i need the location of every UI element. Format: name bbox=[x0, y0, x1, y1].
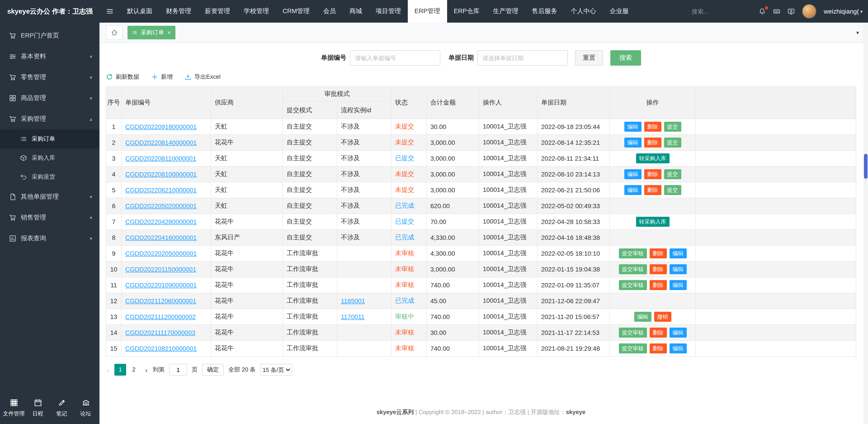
doc-no-link[interactable]: CGDD202209180000001 bbox=[125, 123, 197, 130]
action-delete-button[interactable]: 删除 bbox=[644, 169, 661, 179]
sidebar-shortcut-schedule[interactable]: 日程 bbox=[26, 399, 50, 418]
nav-item[interactable]: 会员 bbox=[316, 0, 343, 23]
doc-no-link[interactable]: CGDD202208110000001 bbox=[125, 155, 196, 162]
footer-link[interactable]: skyeye bbox=[566, 408, 586, 416]
action-to-inbound-button[interactable]: 转采购入库 bbox=[636, 217, 669, 227]
doc-no-link[interactable]: CGDD202108210000001 bbox=[125, 345, 197, 352]
action-delete-button[interactable]: 删除 bbox=[649, 248, 666, 258]
page-size-select[interactable]: 15 条/页 bbox=[260, 364, 292, 375]
nav-item[interactable]: CRM管理 bbox=[276, 0, 316, 23]
sidebar-item-goods[interactable]: 商品管理▾ bbox=[0, 88, 99, 109]
sidebar-item-purchase-inbound[interactable]: 采购入库 bbox=[0, 148, 99, 167]
doc-no-link[interactable]: CGDD202111170000003 bbox=[125, 329, 195, 336]
close-tab-icon[interactable]: × bbox=[167, 29, 171, 36]
add-button[interactable]: 新增 bbox=[151, 73, 173, 81]
action-submit-review-button[interactable]: 提交审核 bbox=[619, 264, 647, 274]
screenshot-button[interactable] bbox=[787, 8, 795, 15]
action-submit-review-button[interactable]: 提交审核 bbox=[619, 248, 647, 258]
sidebar-item-reports[interactable]: 报表查询▾ bbox=[0, 228, 99, 249]
doc-no-link[interactable]: CGDD202202050000001 bbox=[125, 250, 197, 257]
home-tab-button[interactable] bbox=[106, 25, 123, 40]
doc-date-input[interactable] bbox=[477, 50, 568, 66]
flow-id-link[interactable]: 1165001 bbox=[341, 297, 365, 305]
action-submit-button[interactable]: 提交 bbox=[664, 122, 681, 132]
sidebar-item-basic-data[interactable]: 基本资料▾ bbox=[0, 46, 99, 67]
sidebar-shortcut-file-manager[interactable]: 文件管理 bbox=[2, 399, 26, 418]
doc-no-link[interactable]: CGDD202112060000001 bbox=[125, 297, 196, 305]
sidebar-item-purchase-order[interactable]: 采购订单 bbox=[0, 130, 99, 148]
action-delete-button[interactable]: 删除 bbox=[649, 280, 666, 290]
search-button[interactable]: 搜索 bbox=[610, 50, 641, 66]
action-delete-button[interactable]: 删除 bbox=[644, 122, 661, 132]
doc-no-link[interactable]: CGDD202111200000002 bbox=[125, 313, 196, 320]
tab-options-caret-icon[interactable]: ▼ bbox=[855, 30, 862, 35]
action-delete-button[interactable]: 删除 bbox=[644, 138, 661, 147]
nav-item[interactable]: 默认桌面 bbox=[120, 0, 159, 23]
nav-item[interactable]: 商城 bbox=[343, 0, 369, 23]
action-edit-button[interactable]: 编辑 bbox=[624, 122, 641, 132]
nav-item[interactable]: ERP仓库 bbox=[447, 0, 486, 23]
next-page-button[interactable]: › bbox=[144, 366, 148, 373]
nav-item[interactable]: 企业服 bbox=[603, 0, 636, 23]
window-scrollbar[interactable] bbox=[864, 23, 868, 424]
action-edit-button[interactable]: 编辑 bbox=[669, 280, 686, 290]
nav-item[interactable]: 项目管理 bbox=[369, 0, 408, 23]
sidebar-item-retail[interactable]: 零售管理▾ bbox=[0, 67, 99, 88]
action-submit-button[interactable]: 提交 bbox=[664, 138, 681, 147]
page-number-button[interactable]: 1 bbox=[114, 364, 126, 375]
sidebar-item-purchase-return[interactable]: 采购退货 bbox=[0, 167, 99, 187]
action-submit-button[interactable]: 提交 bbox=[664, 169, 681, 179]
nav-item[interactable]: 财务管理 bbox=[159, 0, 198, 23]
action-edit-button[interactable]: 编辑 bbox=[669, 328, 686, 338]
export-excel-button[interactable]: 导出Excel bbox=[184, 73, 221, 81]
shortcut-keys-button[interactable] bbox=[773, 8, 780, 15]
action-edit-button[interactable]: 编辑 bbox=[624, 169, 641, 179]
action-delete-button[interactable]: 删除 bbox=[649, 343, 666, 354]
global-search-input[interactable] bbox=[691, 8, 751, 16]
nav-item[interactable]: 薪资管理 bbox=[198, 0, 237, 23]
doc-no-link[interactable]: CGDD202205020000001 bbox=[125, 202, 197, 209]
goto-page-input[interactable] bbox=[169, 364, 187, 375]
sidebar-item-erp-portal[interactable]: ERP门户首页 bbox=[0, 25, 99, 46]
action-edit-button[interactable]: 编辑 bbox=[669, 264, 686, 274]
nav-item[interactable]: 个人中心 bbox=[564, 0, 603, 23]
doc-no-link[interactable]: CGDD202201090000001 bbox=[125, 281, 197, 289]
nav-item[interactable]: 售后服务 bbox=[525, 0, 564, 23]
action-edit-button[interactable]: 编辑 bbox=[669, 248, 686, 258]
doc-no-link[interactable]: CGDD202201150000001 bbox=[125, 265, 196, 273]
scrollbar-thumb[interactable] bbox=[864, 154, 868, 179]
action-delete-button[interactable]: 删除 bbox=[649, 328, 666, 338]
tab-purchase-order[interactable]: 采购订单 × bbox=[127, 26, 176, 39]
action-revoke-button[interactable]: 撤销 bbox=[654, 312, 671, 322]
sidebar-shortcut-notes[interactable]: 笔记 bbox=[50, 399, 74, 418]
action-edit-button[interactable]: 编辑 bbox=[624, 138, 641, 147]
action-to-inbound-button[interactable]: 转采购入库 bbox=[636, 153, 669, 163]
avatar[interactable] bbox=[802, 4, 816, 19]
doc-no-link[interactable]: CGDD202204160000001 bbox=[125, 234, 197, 241]
nav-item[interactable]: 生产管理 bbox=[486, 0, 525, 23]
doc-no-link[interactable]: CGDD202208100000001 bbox=[125, 171, 197, 178]
flow-id-link[interactable]: 1170011 bbox=[341, 313, 365, 320]
action-submit-review-button[interactable]: 提交审核 bbox=[619, 343, 647, 354]
goto-confirm-button[interactable]: 确定 bbox=[202, 364, 224, 375]
doc-no-link[interactable]: CGDD202208140000001 bbox=[125, 139, 197, 146]
refresh-button[interactable]: 刷新数据 bbox=[106, 73, 139, 81]
menu-collapse-button[interactable] bbox=[99, 0, 120, 23]
page-number-button[interactable]: 2 bbox=[128, 364, 140, 375]
doc-no-link[interactable]: CGDD202204280000001 bbox=[125, 218, 197, 225]
sidebar-item-other-docs[interactable]: 其他单据管理▾ bbox=[0, 187, 99, 207]
action-delete-button[interactable]: 删除 bbox=[644, 185, 661, 195]
reset-button[interactable]: 重置 bbox=[575, 50, 603, 66]
user-menu[interactable]: weizhiqiang( ▾ bbox=[824, 8, 863, 15]
action-submit-button[interactable]: 提交 bbox=[664, 185, 681, 195]
notifications-button[interactable] bbox=[758, 8, 766, 15]
doc-no-link[interactable]: CGDD202206210000001 bbox=[125, 187, 197, 194]
nav-item[interactable]: 学校管理 bbox=[237, 0, 276, 23]
action-edit-button[interactable]: 编辑 bbox=[624, 185, 641, 195]
action-delete-button[interactable]: 删除 bbox=[649, 264, 666, 274]
nav-item[interactable]: ERP管理 bbox=[408, 0, 447, 23]
action-submit-review-button[interactable]: 提交审核 bbox=[619, 280, 647, 290]
sidebar-item-purchase[interactable]: 采购管理▴ bbox=[0, 109, 99, 130]
action-edit-button[interactable]: 编辑 bbox=[669, 343, 686, 354]
action-edit-button[interactable]: 编辑 bbox=[634, 312, 651, 322]
